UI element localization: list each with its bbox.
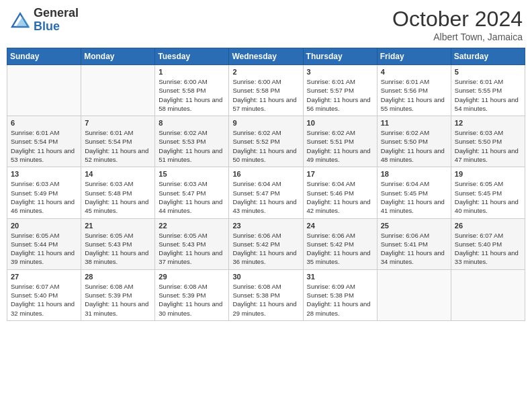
- day-info: Sunrise: 6:07 AM Sunset: 5:40 PM Dayligh…: [11, 282, 77, 318]
- day-number: 23: [232, 222, 299, 230]
- calendar-cell: [451, 269, 525, 320]
- day-info: Sunrise: 6:01 AM Sunset: 5:55 PM Dayligh…: [455, 77, 521, 113]
- calendar-week-row: 20Sunrise: 6:05 AM Sunset: 5:44 PM Dayli…: [7, 218, 525, 269]
- calendar-cell: [7, 65, 81, 116]
- calendar-cell: 6Sunrise: 6:01 AM Sunset: 5:54 PM Daylig…: [7, 116, 81, 167]
- calendar-cell: 11Sunrise: 6:02 AM Sunset: 5:50 PM Dayli…: [377, 116, 451, 167]
- day-number: 17: [307, 170, 373, 178]
- month-title: October 2024: [392, 7, 523, 32]
- day-info: Sunrise: 6:02 AM Sunset: 5:53 PM Dayligh…: [159, 128, 225, 164]
- column-header-wednesday: Wednesday: [229, 48, 303, 65]
- day-number: 5: [455, 68, 521, 76]
- day-info: Sunrise: 6:03 AM Sunset: 5:47 PM Dayligh…: [159, 179, 225, 215]
- day-info: Sunrise: 6:01 AM Sunset: 5:56 PM Dayligh…: [381, 77, 447, 113]
- calendar-table: SundayMondayTuesdayWednesdayThursdayFrid…: [7, 48, 525, 321]
- day-number: 7: [85, 119, 151, 127]
- calendar-cell: [377, 269, 451, 320]
- column-header-sunday: Sunday: [7, 48, 81, 65]
- day-info: Sunrise: 6:02 AM Sunset: 5:50 PM Dayligh…: [381, 128, 447, 164]
- calendar-cell: 4Sunrise: 6:01 AM Sunset: 5:56 PM Daylig…: [377, 65, 451, 116]
- calendar-cell: 29Sunrise: 6:08 AM Sunset: 5:39 PM Dayli…: [155, 269, 229, 320]
- calendar-cell: 25Sunrise: 6:06 AM Sunset: 5:41 PM Dayli…: [377, 218, 451, 269]
- day-info: Sunrise: 6:04 AM Sunset: 5:47 PM Dayligh…: [232, 179, 299, 215]
- column-header-monday: Monday: [81, 48, 155, 65]
- calendar-week-row: 6Sunrise: 6:01 AM Sunset: 5:54 PM Daylig…: [7, 116, 525, 167]
- day-info: Sunrise: 6:07 AM Sunset: 5:40 PM Dayligh…: [455, 231, 521, 267]
- day-info: Sunrise: 6:04 AM Sunset: 5:46 PM Dayligh…: [307, 179, 373, 215]
- calendar-cell: 28Sunrise: 6:08 AM Sunset: 5:39 PM Dayli…: [81, 269, 155, 320]
- day-number: 30: [232, 273, 299, 281]
- calendar-cell: 18Sunrise: 6:04 AM Sunset: 5:45 PM Dayli…: [377, 167, 451, 218]
- calendar-cell: 27Sunrise: 6:07 AM Sunset: 5:40 PM Dayli…: [7, 269, 81, 320]
- calendar-cell: 21Sunrise: 6:05 AM Sunset: 5:43 PM Dayli…: [81, 218, 155, 269]
- day-number: 26: [455, 222, 521, 230]
- calendar-cell: 20Sunrise: 6:05 AM Sunset: 5:44 PM Dayli…: [7, 218, 81, 269]
- day-info: Sunrise: 6:03 AM Sunset: 5:49 PM Dayligh…: [11, 179, 77, 215]
- day-info: Sunrise: 6:06 AM Sunset: 5:42 PM Dayligh…: [232, 231, 299, 267]
- day-info: Sunrise: 6:00 AM Sunset: 5:58 PM Dayligh…: [232, 77, 299, 113]
- day-number: 27: [11, 273, 77, 281]
- day-info: Sunrise: 6:03 AM Sunset: 5:50 PM Dayligh…: [455, 128, 521, 164]
- calendar-cell: 26Sunrise: 6:07 AM Sunset: 5:40 PM Dayli…: [451, 218, 525, 269]
- day-info: Sunrise: 6:08 AM Sunset: 5:39 PM Dayligh…: [159, 282, 225, 318]
- logo-icon: [9, 11, 31, 30]
- calendar-week-row: 1Sunrise: 6:00 AM Sunset: 5:58 PM Daylig…: [7, 65, 525, 116]
- calendar-cell: 24Sunrise: 6:06 AM Sunset: 5:42 PM Dayli…: [303, 218, 377, 269]
- day-info: Sunrise: 6:01 AM Sunset: 5:54 PM Dayligh…: [85, 128, 151, 164]
- title-block: October 2024 Albert Town, Jamaica: [392, 7, 523, 42]
- calendar-cell: 1Sunrise: 6:00 AM Sunset: 5:58 PM Daylig…: [155, 65, 229, 116]
- day-info: Sunrise: 6:09 AM Sunset: 5:38 PM Dayligh…: [307, 282, 373, 318]
- day-info: Sunrise: 6:06 AM Sunset: 5:41 PM Dayligh…: [381, 231, 447, 267]
- calendar-cell: 19Sunrise: 6:05 AM Sunset: 5:45 PM Dayli…: [451, 167, 525, 218]
- day-number: 12: [455, 119, 521, 127]
- day-number: 11: [381, 119, 447, 127]
- calendar-cell: 17Sunrise: 6:04 AM Sunset: 5:46 PM Dayli…: [303, 167, 377, 218]
- calendar-week-row: 13Sunrise: 6:03 AM Sunset: 5:49 PM Dayli…: [7, 167, 525, 218]
- day-number: 14: [85, 170, 151, 178]
- calendar-cell: 10Sunrise: 6:02 AM Sunset: 5:51 PM Dayli…: [303, 116, 377, 167]
- day-number: 4: [381, 68, 447, 76]
- day-info: Sunrise: 6:01 AM Sunset: 5:57 PM Dayligh…: [307, 77, 373, 113]
- calendar-cell: 16Sunrise: 6:04 AM Sunset: 5:47 PM Dayli…: [229, 167, 303, 218]
- calendar-header-row: SundayMondayTuesdayWednesdayThursdayFrid…: [7, 48, 525, 65]
- day-number: 29: [159, 273, 225, 281]
- calendar-week-row: 27Sunrise: 6:07 AM Sunset: 5:40 PM Dayli…: [7, 269, 525, 320]
- column-header-friday: Friday: [377, 48, 451, 65]
- day-info: Sunrise: 6:02 AM Sunset: 5:52 PM Dayligh…: [232, 128, 299, 164]
- day-info: Sunrise: 6:04 AM Sunset: 5:45 PM Dayligh…: [381, 179, 447, 215]
- day-number: 19: [455, 170, 521, 178]
- day-info: Sunrise: 6:05 AM Sunset: 5:43 PM Dayligh…: [159, 231, 225, 267]
- calendar-cell: [81, 65, 155, 116]
- calendar-cell: 31Sunrise: 6:09 AM Sunset: 5:38 PM Dayli…: [303, 269, 377, 320]
- day-info: Sunrise: 6:00 AM Sunset: 5:58 PM Dayligh…: [159, 77, 225, 113]
- day-info: Sunrise: 6:05 AM Sunset: 5:45 PM Dayligh…: [455, 179, 521, 215]
- day-info: Sunrise: 6:08 AM Sunset: 5:38 PM Dayligh…: [232, 282, 299, 318]
- day-number: 16: [232, 170, 299, 178]
- day-number: 20: [11, 222, 77, 230]
- day-number: 13: [11, 170, 77, 178]
- day-number: 24: [307, 222, 373, 230]
- day-info: Sunrise: 6:08 AM Sunset: 5:39 PM Dayligh…: [85, 282, 151, 318]
- calendar-cell: 3Sunrise: 6:01 AM Sunset: 5:57 PM Daylig…: [303, 65, 377, 116]
- logo: General Blue: [9, 7, 79, 34]
- column-header-saturday: Saturday: [451, 48, 525, 65]
- column-header-tuesday: Tuesday: [155, 48, 229, 65]
- location-title: Albert Town, Jamaica: [392, 32, 523, 42]
- day-info: Sunrise: 6:05 AM Sunset: 5:43 PM Dayligh…: [85, 231, 151, 267]
- calendar-cell: 5Sunrise: 6:01 AM Sunset: 5:55 PM Daylig…: [451, 65, 525, 116]
- day-info: Sunrise: 6:02 AM Sunset: 5:51 PM Dayligh…: [307, 128, 373, 164]
- day-number: 18: [381, 170, 447, 178]
- calendar-cell: 12Sunrise: 6:03 AM Sunset: 5:50 PM Dayli…: [451, 116, 525, 167]
- calendar-cell: 15Sunrise: 6:03 AM Sunset: 5:47 PM Dayli…: [155, 167, 229, 218]
- day-info: Sunrise: 6:01 AM Sunset: 5:54 PM Dayligh…: [11, 128, 77, 164]
- day-number: 6: [11, 119, 77, 127]
- day-number: 1: [159, 68, 225, 76]
- calendar-cell: 2Sunrise: 6:00 AM Sunset: 5:58 PM Daylig…: [229, 65, 303, 116]
- day-number: 10: [307, 119, 373, 127]
- column-header-thursday: Thursday: [303, 48, 377, 65]
- calendar-cell: 8Sunrise: 6:02 AM Sunset: 5:53 PM Daylig…: [155, 116, 229, 167]
- day-number: 2: [232, 68, 299, 76]
- day-number: 28: [85, 273, 151, 281]
- logo-text: General Blue: [34, 7, 79, 34]
- day-number: 31: [307, 273, 373, 281]
